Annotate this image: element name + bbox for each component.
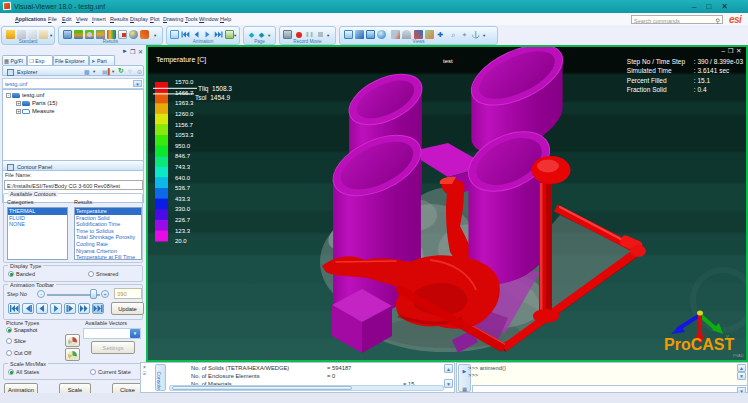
svg-text:330.0: 330.0 — [175, 206, 191, 212]
svg-text:226.7: 226.7 — [175, 217, 191, 223]
svg-text:536.7: 536.7 — [175, 185, 191, 191]
svg-text:1053.3: 1053.3 — [175, 132, 194, 138]
svg-text:1260.0: 1260.0 — [175, 111, 194, 117]
svg-text:Tsol 1454.9: Tsol 1454.9 — [195, 94, 230, 101]
svg-text:1156.7: 1156.7 — [175, 122, 194, 128]
svg-text:123.3: 123.3 — [175, 228, 191, 234]
svg-text:640.0: 640.0 — [175, 175, 191, 181]
svg-text:433.3: 433.3 — [175, 196, 191, 202]
svg-text:20.0: 20.0 — [175, 238, 187, 244]
svg-text:Tliq 1508.3: Tliq 1508.3 — [198, 85, 232, 93]
svg-text:950.0: 950.0 — [175, 143, 191, 149]
svg-text:1466.7: 1466.7 — [175, 90, 194, 96]
svg-text:1363.3: 1363.3 — [175, 100, 194, 106]
svg-text:1570.0: 1570.0 — [175, 79, 194, 85]
svg-text:846.7: 846.7 — [175, 153, 191, 159]
svg-text:743.3: 743.3 — [175, 164, 191, 170]
